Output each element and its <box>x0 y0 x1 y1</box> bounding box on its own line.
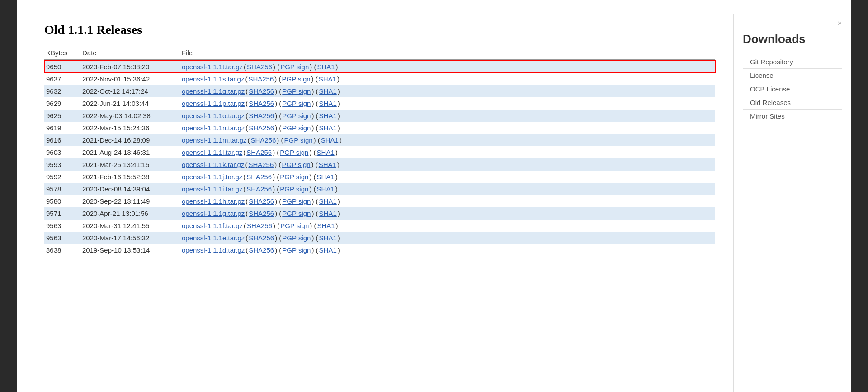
cell-date: 2020-Mar-31 12:41:55 <box>80 221 180 230</box>
sha1-link[interactable]: SHA1 <box>317 63 335 71</box>
cell-kbytes: 9616 <box>44 135 80 145</box>
sha256-link[interactable]: SHA256 <box>248 161 274 168</box>
sha1-link[interactable]: SHA1 <box>319 210 337 217</box>
file-link[interactable]: openssl-1.1.1t.tar.gz <box>182 63 243 71</box>
sha1-link[interactable]: SHA1 <box>319 75 336 83</box>
pgp-link[interactable]: PGP sign <box>282 75 310 83</box>
releases-table: KBytes Date File 96502023-Feb-07 15:38:2… <box>44 48 715 256</box>
sidebar-link-license[interactable]: License <box>743 69 842 82</box>
file-link[interactable]: openssl-1.1.1p.tar.gz <box>182 100 245 107</box>
sha1-link[interactable]: SHA1 <box>319 124 337 132</box>
pgp-link[interactable]: PGP sign <box>284 136 312 144</box>
file-link[interactable]: openssl-1.1.1g.tar.gz <box>182 210 245 217</box>
file-link[interactable]: openssl-1.1.1f.tar.gz <box>182 222 243 229</box>
cell-kbytes: 9563 <box>44 221 80 230</box>
file-link[interactable]: openssl-1.1.1l.tar.gz <box>182 148 242 156</box>
sha256-link[interactable]: SHA256 <box>247 222 272 229</box>
pgp-link[interactable]: PGP sign <box>282 246 311 254</box>
sha256-link[interactable]: SHA256 <box>249 197 274 205</box>
table-row: 95782020-Dec-08 14:39:04openssl-1.1.1i.t… <box>44 183 715 195</box>
pgp-link[interactable]: PGP sign <box>282 210 311 217</box>
pgp-link[interactable]: PGP sign <box>282 100 311 107</box>
file-link[interactable]: openssl-1.1.1j.tar.gz <box>182 173 242 181</box>
cell-date: 2022-May-03 14:02:38 <box>80 111 180 120</box>
pgp-link[interactable]: PGP sign <box>280 185 308 193</box>
sha256-link[interactable]: SHA256 <box>248 75 274 83</box>
sha1-link[interactable]: SHA1 <box>317 185 335 193</box>
table-row: 96292022-Jun-21 14:03:44openssl-1.1.1p.t… <box>44 97 715 110</box>
pgp-link[interactable]: PGP sign <box>282 234 311 242</box>
cell-file: openssl-1.1.1m.tar.gz (SHA256) (PGP sign… <box>180 135 715 145</box>
sha256-link[interactable]: SHA256 <box>246 173 272 181</box>
cell-kbytes: 9650 <box>44 62 80 72</box>
sha1-link[interactable]: SHA1 <box>317 148 335 156</box>
table-row: 95802020-Sep-22 13:11:49openssl-1.1.1h.t… <box>44 195 715 207</box>
cell-file: openssl-1.1.1h.tar.gz (SHA256) (PGP sign… <box>180 196 715 206</box>
cell-kbytes: 9619 <box>44 123 80 133</box>
pgp-link[interactable]: PGP sign <box>282 87 311 95</box>
cell-kbytes: 9603 <box>44 148 80 157</box>
table-row: 96372022-Nov-01 15:36:42openssl-1.1.1s.t… <box>44 73 715 85</box>
sha1-link[interactable]: SHA1 <box>319 246 337 254</box>
sidebar-link-old-releases[interactable]: Old Releases <box>743 96 842 110</box>
cell-kbytes: 9592 <box>44 172 80 182</box>
sha256-link[interactable]: SHA256 <box>247 63 272 71</box>
sidebar-collapse-arrow[interactable]: » <box>743 18 842 28</box>
col-kbytes: KBytes <box>44 48 80 57</box>
file-link[interactable]: openssl-1.1.1d.tar.gz <box>182 246 245 254</box>
pgp-link[interactable]: PGP sign <box>282 161 310 168</box>
table-row: 96502023-Feb-07 15:38:20openssl-1.1.1t.t… <box>44 61 715 73</box>
right-border <box>851 0 868 392</box>
sha1-link[interactable]: SHA1 <box>319 234 337 242</box>
sha1-link[interactable]: SHA1 <box>319 161 336 168</box>
table-header: KBytes Date File <box>44 48 715 60</box>
pgp-link[interactable]: PGP sign <box>280 222 309 229</box>
sha1-link[interactable]: SHA1 <box>319 100 337 107</box>
cell-file: openssl-1.1.1s.tar.gz (SHA256) (PGP sign… <box>180 74 715 84</box>
cell-date: 2020-Apr-21 13:01:56 <box>80 209 180 218</box>
cell-date: 2021-Mar-25 13:41:15 <box>80 160 180 169</box>
file-link[interactable]: openssl-1.1.1e.tar.gz <box>182 234 245 242</box>
sha1-link[interactable]: SHA1 <box>317 173 335 181</box>
sha1-link[interactable]: SHA1 <box>319 112 337 120</box>
pgp-link[interactable]: PGP sign <box>282 112 311 120</box>
sha256-link[interactable]: SHA256 <box>249 246 274 254</box>
file-link[interactable]: openssl-1.1.1s.tar.gz <box>182 75 244 83</box>
table-row: 95632020-Mar-17 14:56:32openssl-1.1.1e.t… <box>44 232 715 244</box>
pgp-link[interactable]: PGP sign <box>280 63 309 71</box>
sidebar-link-git-repository[interactable]: Git Repository <box>743 55 842 69</box>
file-link[interactable]: openssl-1.1.1n.tar.gz <box>182 124 245 132</box>
sha256-link[interactable]: SHA256 <box>246 148 272 156</box>
file-link[interactable]: openssl-1.1.1h.tar.gz <box>182 197 245 205</box>
sidebar-link-ocb-license[interactable]: OCB License <box>743 82 842 96</box>
sha1-link[interactable]: SHA1 <box>321 136 339 144</box>
cell-file: openssl-1.1.1n.tar.gz (SHA256) (PGP sign… <box>180 123 715 133</box>
table-row: 86382019-Sep-10 13:53:14openssl-1.1.1d.t… <box>44 244 715 256</box>
sha256-link[interactable]: SHA256 <box>249 112 274 120</box>
file-link[interactable]: openssl-1.1.1o.tar.gz <box>182 112 245 120</box>
sha256-link[interactable]: SHA256 <box>249 234 274 242</box>
file-link[interactable]: openssl-1.1.1k.tar.gz <box>182 161 244 168</box>
sha256-link[interactable]: SHA256 <box>250 136 276 144</box>
sha1-link[interactable]: SHA1 <box>319 197 337 205</box>
file-link[interactable]: openssl-1.1.1i.tar.gz <box>182 185 242 193</box>
cell-file: openssl-1.1.1p.tar.gz (SHA256) (PGP sign… <box>180 99 715 108</box>
pgp-link[interactable]: PGP sign <box>282 124 311 132</box>
pgp-link[interactable]: PGP sign <box>280 173 308 181</box>
file-link[interactable]: openssl-1.1.1m.tar.gz <box>182 136 246 144</box>
sha256-link[interactable]: SHA256 <box>246 185 272 193</box>
cell-file: openssl-1.1.1o.tar.gz (SHA256) (PGP sign… <box>180 111 715 120</box>
sidebar-link-mirror-sites[interactable]: Mirror Sites <box>743 110 842 123</box>
sha256-link[interactable]: SHA256 <box>249 87 274 95</box>
sidebar-title: Downloads <box>743 32 842 46</box>
sha256-link[interactable]: SHA256 <box>249 100 274 107</box>
sha256-link[interactable]: SHA256 <box>249 210 274 217</box>
cell-date: 2022-Nov-01 15:36:42 <box>80 74 180 84</box>
sha1-link[interactable]: SHA1 <box>317 222 335 229</box>
pgp-link[interactable]: PGP sign <box>280 148 308 156</box>
sha256-link[interactable]: SHA256 <box>249 124 274 132</box>
file-link[interactable]: openssl-1.1.1q.tar.gz <box>182 87 245 95</box>
sha1-link[interactable]: SHA1 <box>319 87 337 95</box>
cell-file: openssl-1.1.1l.tar.gz (SHA256) (PGP sign… <box>180 148 715 157</box>
pgp-link[interactable]: PGP sign <box>282 197 311 205</box>
